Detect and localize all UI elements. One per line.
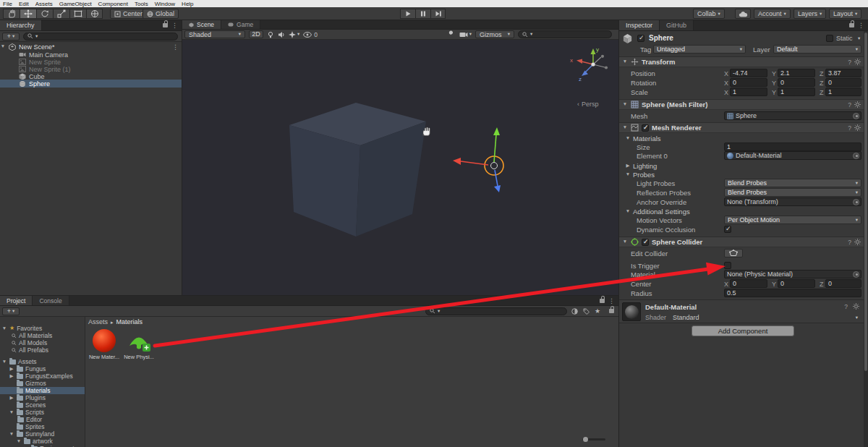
center-x-field[interactable]: 0 <box>730 279 767 288</box>
gear-icon[interactable] <box>854 59 861 65</box>
pivot-toggle-button[interactable]: Center <box>110 9 147 19</box>
is-trigger-checkbox[interactable] <box>724 262 731 269</box>
project-search-input[interactable]: ▾ <box>425 307 567 315</box>
2d-toggle-button[interactable]: 2D <box>249 30 263 38</box>
collab-dropdown[interactable]: Collab▾ <box>693 9 725 19</box>
panel-menu-icon[interactable]: ⋮ <box>171 22 178 29</box>
lighting-toggle-icon[interactable] <box>267 31 274 38</box>
tree-item-fungus[interactable]: ▶ Fungus <box>0 365 85 372</box>
search-by-label-icon[interactable] <box>583 308 590 315</box>
gear-icon[interactable] <box>854 239 861 245</box>
panel-menu-icon[interactable]: ⋮ <box>858 22 864 29</box>
effects-dropdown[interactable]: ▾ <box>289 31 299 38</box>
tab-github[interactable]: GitHub <box>660 20 694 30</box>
menu-component[interactable]: Component <box>98 1 128 7</box>
rotate-tool-button[interactable] <box>36 9 53 19</box>
tree-item-artwork[interactable]: ▼ artwork <box>0 438 85 445</box>
scene-visibility-toggle[interactable]: 0 <box>303 31 318 38</box>
static-dropdown-icon[interactable]: ▾ <box>858 36 860 41</box>
menu-gameobject[interactable]: GameObject <box>59 1 92 7</box>
tab-game[interactable]: Game <box>221 20 260 29</box>
menu-edit[interactable]: Edit <box>19 1 29 7</box>
hierarchy-scene-header[interactable]: ▼ New Scene* ⋮ <box>0 43 182 51</box>
move-tool-button[interactable] <box>20 9 36 19</box>
add-component-button[interactable]: Add Component <box>692 325 794 336</box>
gear-icon[interactable] <box>854 124 861 131</box>
foldout-icon[interactable]: ▼ <box>9 432 14 437</box>
position-z-field[interactable]: 3.87 <box>825 69 861 77</box>
foldout-icon[interactable]: ▶ <box>9 396 14 401</box>
saved-search-star-icon[interactable]: ★ <box>595 308 600 315</box>
tab-console[interactable]: Console <box>33 296 69 305</box>
tree-item-plugins[interactable]: ▶ Plugins <box>0 394 85 401</box>
favorites-root[interactable]: ▼ ★ Favorites <box>0 325 85 332</box>
pause-button[interactable] <box>415 9 430 19</box>
search-by-type-icon[interactable] <box>571 308 578 315</box>
menu-window[interactable]: Window <box>155 1 175 7</box>
create-asset-button[interactable]: +▾ <box>2 307 20 315</box>
rotation-x-field[interactable]: 0 <box>730 78 767 87</box>
tab-project[interactable]: Project <box>0 296 33 305</box>
menu-file[interactable]: File <box>3 1 12 7</box>
mesh-renderer-header[interactable]: ▼ Mesh Renderer ? <box>619 122 864 133</box>
rect-tool-button[interactable] <box>69 9 86 19</box>
anchor-override-field[interactable]: None (Transform) <box>724 197 861 206</box>
gear-icon[interactable] <box>853 303 859 310</box>
help-icon[interactable]: ? <box>848 59 851 66</box>
lighting-foldout[interactable]: ▶ Lighting <box>625 161 657 170</box>
foldout-icon[interactable]: ▶ <box>9 367 14 372</box>
active-checkbox[interactable] <box>637 35 644 42</box>
position-y-field[interactable]: 2.1 <box>778 69 815 77</box>
foldout-icon[interactable]: ▼ <box>622 239 628 244</box>
tab-inspector[interactable]: Inspector <box>619 20 660 30</box>
physic-material-field[interactable]: None (Physic Material) <box>724 270 861 278</box>
menu-help[interactable]: Help <box>182 1 193 7</box>
mesh-object-field[interactable]: Sphere <box>724 111 861 120</box>
foldout-icon[interactable]: ▼ <box>622 102 628 107</box>
inspector-scrollbar[interactable] <box>864 31 868 447</box>
lock-icon[interactable] <box>849 23 854 27</box>
hierarchy-search-input[interactable]: ▾ <box>23 33 178 41</box>
asset-new-physic-material[interactable]: New Physi... <box>123 329 155 360</box>
gear-icon[interactable] <box>854 101 861 108</box>
rotation-z-field[interactable]: 0 <box>825 78 861 87</box>
foldout-icon[interactable]: ▼ <box>9 410 14 415</box>
additional-settings-foldout[interactable]: ▼ Additional Settings <box>625 207 690 216</box>
mesh-filter-header[interactable]: ▼ Sphere (Mesh Filter) ? <box>619 99 864 110</box>
breadcrumb-current[interactable]: Materials <box>116 318 143 325</box>
layout-dropdown[interactable]: Layout▾ <box>829 9 861 19</box>
foldout-icon[interactable]: ▼ <box>622 59 628 64</box>
static-checkbox[interactable] <box>826 35 833 42</box>
layers-dropdown[interactable]: Layers▾ <box>793 9 826 19</box>
help-icon[interactable]: ? <box>848 239 851 246</box>
component-enabled-checkbox[interactable] <box>642 239 649 246</box>
tree-item-sunnyland[interactable]: ▼ Sunnyland <box>0 430 85 438</box>
favorite-all-models[interactable]: All Models <box>0 339 85 346</box>
foldout-icon[interactable]: ▼ <box>16 439 22 444</box>
step-button[interactable] <box>430 9 446 19</box>
object-picker-icon[interactable] <box>853 199 859 205</box>
panel-menu-icon[interactable]: ⋮ <box>608 297 615 305</box>
help-icon[interactable]: ? <box>848 101 851 108</box>
thumbnail-size-slider[interactable] <box>582 438 605 440</box>
scene-menu-icon[interactable]: ⋮ <box>172 43 179 51</box>
help-icon[interactable]: ? <box>848 124 851 132</box>
light-probes-dropdown[interactable]: Blend Probes▾ <box>724 179 861 187</box>
object-picker-icon[interactable] <box>853 153 859 159</box>
scale-tool-button[interactable] <box>53 9 69 19</box>
tree-item-scripts[interactable]: ▼ Scripts <box>0 409 85 416</box>
account-dropdown[interactable]: Account▾ <box>754 9 791 19</box>
foldout-icon[interactable]: ▼ <box>622 125 628 130</box>
rotation-y-field[interactable]: 0 <box>778 78 815 87</box>
lock-icon[interactable] <box>609 309 614 313</box>
menu-assets[interactable]: Assets <box>35 1 53 7</box>
materials-size-field[interactable]: 1 <box>724 142 861 151</box>
object-picker-icon[interactable] <box>853 271 859 278</box>
radius-field[interactable]: 0.5 <box>724 289 861 297</box>
center-y-field[interactable]: 0 <box>778 279 815 288</box>
lock-icon[interactable] <box>163 23 168 27</box>
tab-hierarchy[interactable]: Hierarchy <box>0 20 42 30</box>
gizmos-dropdown[interactable]: Gizmos▾ <box>475 30 514 38</box>
tree-assets-root[interactable]: ▼ Assets <box>0 358 85 365</box>
tab-scene[interactable]: Scene <box>182 20 221 29</box>
